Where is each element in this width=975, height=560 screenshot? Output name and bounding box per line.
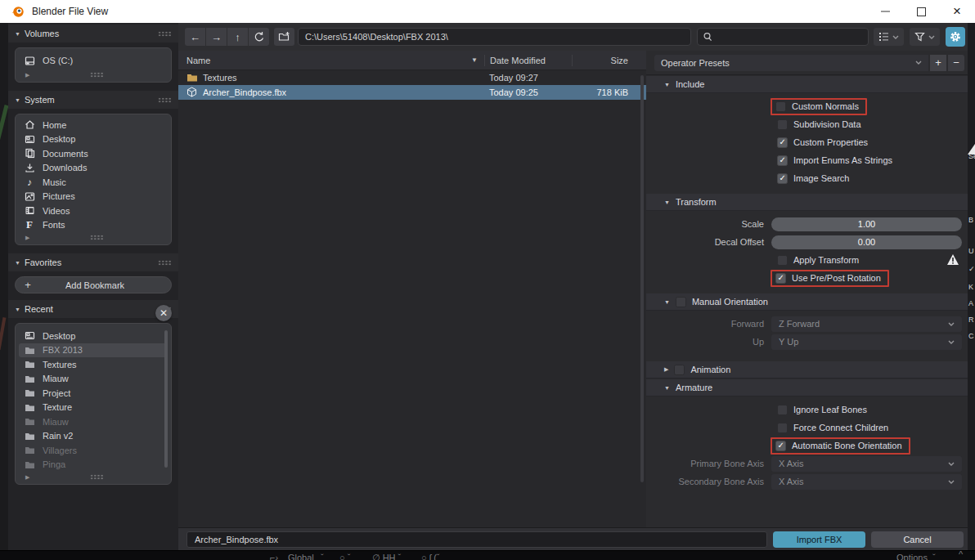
checkbox-row-custom-normals[interactable]: Custom Normals <box>646 97 968 115</box>
checkbox-row-custom-properties[interactable]: Custom Properties <box>646 133 968 151</box>
file-row-archer-bindpose-selected[interactable]: Archer_Bindpose.fbx Today 09:25 718 KiB <box>178 85 646 100</box>
checkbox-row-force-connect-children[interactable]: Force Connect Children <box>646 419 968 437</box>
sidebar-item-music[interactable]: ♪ Music <box>16 175 171 190</box>
display-mode-button[interactable] <box>874 28 904 46</box>
recent-scrollbar[interactable] <box>164 330 168 468</box>
sidebar-item-fonts[interactable]: F Fonts <box>16 218 171 233</box>
maximize-button[interactable] <box>903 0 939 23</box>
include-section-header[interactable]: ▼ Include <box>646 76 968 93</box>
sidebar-item-desktop[interactable]: Desktop <box>16 132 171 147</box>
checkbox-checked[interactable] <box>775 273 786 284</box>
checkbox-row-image-search[interactable]: Image Search <box>646 169 968 187</box>
sidebar-item-pictures[interactable]: Pictures <box>16 190 171 204</box>
volume-os-c[interactable]: OS (C:) <box>16 52 171 69</box>
checkbox-row-subdivision-data[interactable]: Subdivision Data <box>646 115 968 133</box>
plus-icon: + <box>16 279 40 291</box>
drag-grip-icon[interactable] <box>158 97 172 103</box>
remove-preset-button[interactable]: − <box>948 55 964 71</box>
recent-item-rain-v2[interactable]: Rain v2 <box>16 429 171 444</box>
secondary-bone-axis-dropdown[interactable]: X Axis <box>771 474 962 490</box>
checkbox-row-automatic-bone-orientation[interactable]: Automatic Bone Orientation <box>646 437 968 455</box>
red-highlight-box: Custom Normals <box>771 98 867 115</box>
checkbox-unchecked[interactable] <box>676 297 686 307</box>
column-header-date-modified[interactable]: Date Modified <box>485 56 572 65</box>
up-dropdown[interactable]: Y Up <box>771 334 962 350</box>
armature-section-header[interactable]: ▼ Armature <box>646 379 968 396</box>
sidebar-item-home[interactable]: Home <box>16 118 171 132</box>
recent-item-miauw[interactable]: Miauw <box>16 372 171 387</box>
search-field[interactable] <box>697 28 869 46</box>
drag-grip-icon[interactable] <box>90 235 104 240</box>
add-preset-button[interactable]: + <box>930 55 946 71</box>
checkbox-checked[interactable] <box>777 155 788 166</box>
filename-input[interactable] <box>186 531 767 548</box>
checkbox-checked[interactable] <box>775 441 786 451</box>
checkbox-unchecked[interactable] <box>777 119 788 130</box>
checkbox-checked[interactable] <box>777 137 788 148</box>
checkbox-unchecked[interactable] <box>777 423 788 433</box>
checkbox-unchecked[interactable] <box>674 365 685 375</box>
checkbox-unchecked[interactable] <box>777 255 788 266</box>
checkbox-row-use-prepost-rotation[interactable]: Use Pre/Post Rotation <box>646 269 968 287</box>
checkbox-row-import-enums[interactable]: Import Enums As Strings <box>646 151 968 169</box>
system-section-header[interactable]: ▼ System <box>8 91 178 109</box>
close-button[interactable]: × <box>939 0 975 23</box>
recent-item-fbx-2013[interactable]: FBX 2013 <box>19 343 168 358</box>
manual-orientation-section-header[interactable]: ▼ Manual Orientation <box>646 293 968 311</box>
recent-item-texture[interactable]: Texture <box>16 401 171 415</box>
column-header-size[interactable]: Size <box>573 56 646 65</box>
scale-slider[interactable]: 1.00 <box>771 217 962 231</box>
forward-button[interactable]: → <box>206 28 227 46</box>
file-list: Name ▼ Date Modified Size Textures Today… <box>178 51 646 527</box>
search-input[interactable] <box>717 32 863 42</box>
sidebar-item-downloads[interactable]: Downloads <box>16 161 171 176</box>
recent-item-pinga[interactable]: Pinga <box>16 458 171 473</box>
refresh-button[interactable] <box>249 28 269 46</box>
recent-close-icon[interactable]: ✕ <box>155 305 172 321</box>
transform-section-header[interactable]: ▼ Transform <box>646 194 968 211</box>
drag-grip-icon[interactable] <box>158 31 172 37</box>
file-list-scrollbar[interactable] <box>640 75 644 482</box>
up-directory-button[interactable]: ↑ <box>227 28 248 46</box>
primary-bone-axis-row: Primary Bone Axis X Axis <box>646 455 968 473</box>
expander-icon[interactable]: ▶ <box>25 235 29 241</box>
sidebar-item-documents[interactable]: Documents <box>16 146 171 161</box>
recent-item-textures[interactable]: Textures <box>16 357 171 372</box>
recent-item-project[interactable]: Project <box>16 386 171 401</box>
checkbox-unchecked[interactable] <box>775 101 786 112</box>
drag-grip-icon[interactable] <box>158 260 172 266</box>
primary-bone-axis-dropdown[interactable]: X Axis <box>771 456 962 472</box>
recent-section-header[interactable]: ▼ Recent <box>8 300 178 318</box>
volumes-section-header[interactable]: ▼ Volumes <box>8 25 178 43</box>
minimize-button[interactable] <box>867 0 903 23</box>
animation-section-header[interactable]: ▶ Animation <box>646 361 968 379</box>
decal-offset-slider[interactable]: 0.00 <box>771 235 962 249</box>
import-fbx-button[interactable]: Import FBX <box>773 531 865 548</box>
favorites-section-header[interactable]: ▼ Favorites <box>8 253 178 271</box>
cancel-button[interactable]: Cancel <box>871 531 964 548</box>
add-bookmark-button[interactable]: + Add Bookmark <box>15 276 172 293</box>
options-toggle-gear-button[interactable] <box>946 27 965 47</box>
recent-item-miauw-2[interactable]: Miauw <box>16 414 171 429</box>
back-button[interactable]: ← <box>185 28 205 46</box>
new-folder-button[interactable] <box>274 28 294 46</box>
checkbox-checked[interactable] <box>777 173 788 184</box>
operator-presets-dropdown[interactable]: Operator Presets <box>654 55 928 71</box>
checkbox-unchecked[interactable] <box>777 405 788 415</box>
drag-grip-icon[interactable] <box>90 474 104 480</box>
expander-icon[interactable]: ▶ <box>25 474 29 481</box>
expander-icon[interactable]: ▶ <box>25 72 29 78</box>
sort-descending-icon[interactable]: ▼ <box>471 56 478 64</box>
column-header-name[interactable]: Name ▼ <box>178 56 484 65</box>
path-input[interactable] <box>298 28 691 46</box>
sidebar-item-videos[interactable]: Videos <box>16 204 171 218</box>
up-field-row: Up Y Up <box>646 333 968 351</box>
checkbox-row-ignore-leaf-bones[interactable]: Ignore Leaf Bones <box>646 401 968 419</box>
checkbox-row-apply-transform[interactable]: Apply Transform <box>646 251 968 269</box>
filter-button[interactable] <box>910 28 940 46</box>
recent-item-desktop[interactable]: Desktop <box>16 329 171 343</box>
drag-grip-icon[interactable] <box>90 72 104 78</box>
forward-dropdown[interactable]: Z Forward <box>771 316 962 332</box>
file-row-textures[interactable]: Textures Today 09:27 <box>178 70 646 85</box>
recent-item-villagers[interactable]: Villagers <box>16 443 171 458</box>
